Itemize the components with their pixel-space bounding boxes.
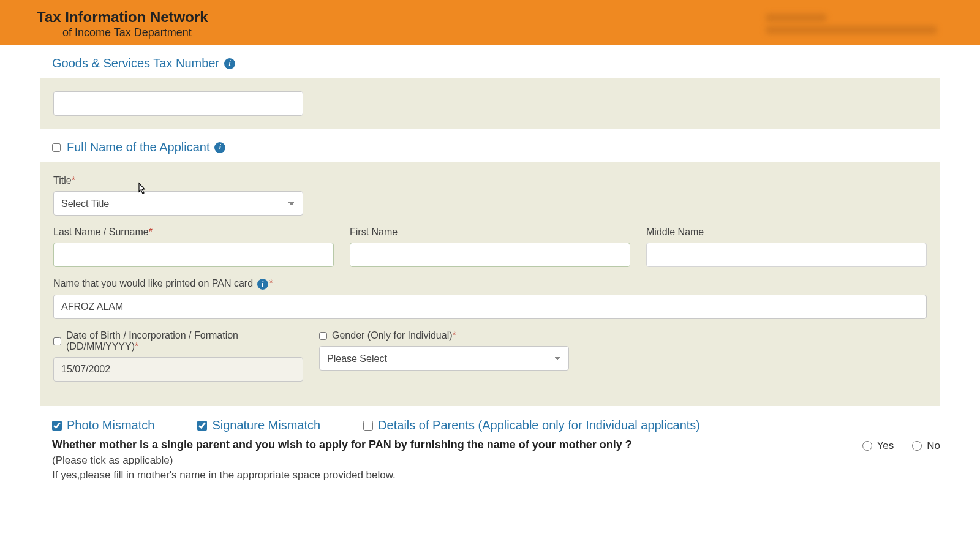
name-section-checkbox[interactable] [52,143,61,152]
lastname-label: Last Name / Surname* [53,227,334,238]
middlename-label: Middle Name [646,227,927,238]
mother-question-text: Whether mother is a single parent and yo… [52,439,838,451]
name-title: Full Name of the Applicant [67,140,209,154]
logo-title: Tax Information Network [37,9,208,26]
info-icon[interactable]: i [214,142,225,153]
gender-select[interactable]: Please Select [319,346,569,371]
signature-mismatch-label[interactable]: Signature Mismatch [197,418,320,432]
info-icon[interactable]: i [224,58,235,69]
dob-checkbox[interactable] [53,337,61,345]
name-panel: Title* Select Title Last Name / Surname*… [40,162,940,406]
info-icon[interactable]: i [257,279,268,290]
printname-label: Name that you would like printed on PAN … [53,278,927,290]
mother-no-radio[interactable] [912,441,922,451]
photo-mismatch-checkbox[interactable] [52,421,62,431]
mother-yes-radio[interactable] [862,441,872,451]
gst-input[interactable] [53,91,303,116]
app-header: Tax Information Network of Income Tax De… [0,0,980,45]
title-select[interactable]: Select Title [53,191,303,216]
firstname-input[interactable] [350,243,630,267]
header-right-blur [766,13,943,34]
parents-details-label[interactable]: Details of Parents (Applicable only for … [363,418,700,432]
logo-block: Tax Information Network of Income Tax De… [37,9,208,39]
gst-title: Goods & Services Tax Number [52,56,219,70]
dob-input[interactable] [53,357,303,382]
signature-mismatch-checkbox[interactable] [197,421,207,431]
lastname-input[interactable] [53,243,334,267]
parents-details-checkbox[interactable] [363,421,373,431]
photo-mismatch-label[interactable]: Photo Mismatch [52,418,154,432]
title-field-label: Title* [53,175,303,186]
gender-checkbox[interactable] [319,332,327,340]
firstname-label: First Name [350,227,630,238]
printname-input[interactable] [53,295,927,319]
gst-section-head: Goods & Services Tax Number i [52,56,940,70]
mismatch-row: Photo Mismatch Signature Mismatch Detail… [52,418,940,432]
mother-hint2: If yes,please fill in mother's name in t… [52,469,940,481]
mother-no-label[interactable]: No [912,440,940,452]
page-content: Goods & Services Tax Number i Full Name … [0,56,980,501]
logo-subtitle: of Income Tax Department [37,26,208,40]
name-section-head: Full Name of the Applicant i [52,140,940,154]
middlename-input[interactable] [646,243,927,267]
mother-hint1: (Please tick as applicable) [52,454,940,467]
name-section-checkbox-label[interactable]: Full Name of the Applicant [52,140,209,154]
mother-yes-label[interactable]: Yes [862,440,894,452]
mother-question-radios: Yes No [862,440,940,452]
mother-question-row: Whether mother is a single parent and yo… [52,439,940,452]
gender-label[interactable]: Gender (Only for Individual)* [319,330,569,341]
dob-label[interactable]: Date of Birth / Incorporation / Formatio… [53,330,303,352]
gst-panel [40,78,940,129]
